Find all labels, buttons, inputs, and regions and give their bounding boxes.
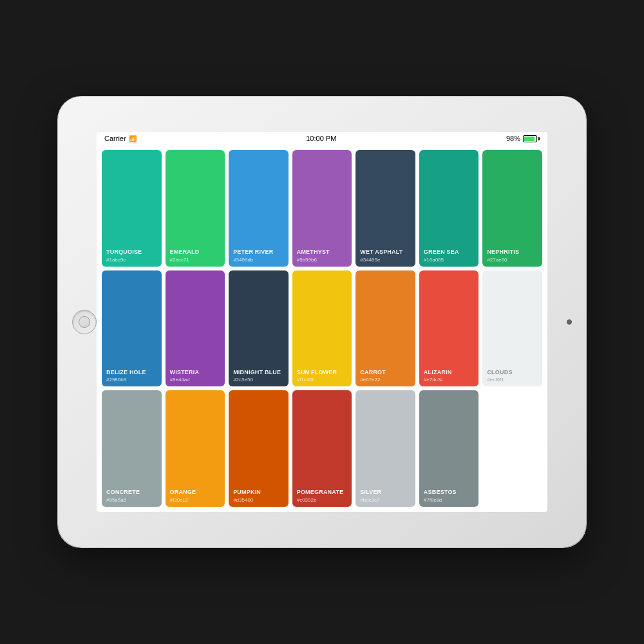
color-hex: #f1c40f	[297, 377, 348, 383]
color-name: MIDNIGHT BLUE	[233, 369, 284, 376]
color-name: ASBESTOS	[424, 489, 475, 496]
color-card[interactable]: TURQUOISE#1abc9c	[102, 150, 162, 267]
color-hex: #2c3e50	[233, 377, 284, 383]
color-name: AMETHYST	[297, 249, 348, 256]
color-name: ORANGE	[170, 489, 221, 496]
color-card[interactable]: PETER RIVER#3498db	[229, 150, 289, 267]
color-name: CONCRETE	[106, 489, 157, 496]
color-card[interactable]: ASBESTOS#7f8c8d	[419, 390, 479, 507]
color-hex: #7f8c8d	[424, 497, 475, 503]
color-hex: #d35400	[233, 497, 284, 503]
color-name: EMERALD	[170, 249, 221, 256]
color-card[interactable]: MIDNIGHT BLUE#2c3e50	[229, 270, 289, 387]
color-name: CARROT	[360, 369, 411, 376]
color-name: WISTERIA	[170, 369, 221, 376]
color-hex: #3498db	[233, 257, 284, 263]
battery-fill	[524, 137, 535, 141]
color-hex: #e74c3c	[424, 377, 475, 383]
carrier-label: Carrier	[104, 135, 126, 142]
color-hex: #ecf0f1	[487, 377, 538, 383]
colors-grid: TURQUOISE#1abc9cEMERALD#2ecc71PETER RIVE…	[97, 145, 547, 512]
color-card[interactable]: CARROT#e67e22	[355, 270, 415, 387]
color-card[interactable]: ALIZARIN#e74c3c	[419, 270, 479, 387]
color-hex: #8e44ad	[170, 377, 221, 383]
color-card[interactable]: WET ASPHALT#34495e	[355, 150, 415, 267]
color-hex: #e67e22	[360, 377, 411, 383]
color-card[interactable]: GREEN SEA#16a085	[419, 150, 479, 267]
color-name: TURQUOISE	[106, 249, 157, 256]
color-card[interactable]: POMEGRANATE#c0392b	[292, 390, 352, 507]
battery-body	[523, 135, 537, 142]
color-card[interactable]: BELIZE HOLE#2980b9	[102, 270, 162, 387]
color-card[interactable]: CONCRETE#95a5a6	[102, 390, 162, 507]
status-left: Carrier 📶	[104, 135, 137, 142]
color-hex: #27ae60	[487, 257, 538, 263]
color-card[interactable]: ORANGE#f39c12	[166, 390, 225, 507]
color-hex: #9b59b6	[297, 257, 348, 263]
color-card[interactable]: AMETHYST#9b59b6	[292, 150, 352, 267]
color-name: SUN FLOWER	[297, 369, 348, 376]
color-card[interactable]: CLOUDS#ecf0f1	[482, 270, 542, 387]
ipad-device: Carrier 📶 10:00 PM 98% TURQUOISE#1abc9cE…	[58, 97, 586, 547]
color-hex: #2980b9	[106, 377, 157, 383]
color-hex: #34495e	[360, 257, 411, 263]
front-camera	[567, 319, 572, 325]
color-card[interactable]: EMERALD#2ecc71	[166, 150, 225, 267]
color-name: POMEGRANATE	[297, 489, 348, 496]
color-hex: #f39c12	[170, 497, 221, 503]
color-card[interactable]: SUN FLOWER#f1c40f	[292, 270, 352, 387]
color-name: SILVER	[360, 489, 411, 496]
status-time: 10:00 PM	[306, 135, 336, 142]
color-name: WET ASPHALT	[360, 249, 411, 256]
color-name: GREEN SEA	[424, 249, 475, 256]
home-button[interactable]	[72, 310, 97, 334]
color-hex: #95a5a6	[106, 497, 157, 503]
battery-tip	[538, 137, 540, 140]
color-hex: #1abc9c	[106, 257, 157, 263]
color-name: PETER RIVER	[233, 249, 284, 256]
color-hex: #16a085	[424, 257, 475, 263]
status-right: 98%	[506, 135, 540, 142]
color-hex: #bdc3c7	[360, 497, 411, 503]
color-hex: #c0392b	[297, 497, 348, 503]
status-bar: Carrier 📶 10:00 PM 98%	[97, 132, 547, 145]
color-name: CLOUDS	[487, 369, 538, 376]
color-name: PUMPKIN	[233, 489, 284, 496]
wifi-icon: 📶	[129, 135, 137, 142]
color-hex: #2ecc71	[170, 257, 221, 263]
color-card[interactable]: WISTERIA#8e44ad	[166, 270, 225, 387]
home-button-inner	[79, 316, 90, 328]
color-card[interactable]: SILVER#bdc3c7	[355, 390, 415, 507]
battery-icon	[523, 135, 540, 142]
battery-percent: 98%	[506, 135, 520, 142]
color-name: ALIZARIN	[424, 369, 475, 376]
ipad-screen: Carrier 📶 10:00 PM 98% TURQUOISE#1abc9cE…	[97, 132, 547, 512]
color-card[interactable]: NEPHRITIS#27ae60	[482, 150, 542, 267]
color-card[interactable]: PUMPKIN#d35400	[229, 390, 289, 507]
color-name: BELIZE HOLE	[106, 369, 157, 376]
color-name: NEPHRITIS	[487, 249, 538, 256]
